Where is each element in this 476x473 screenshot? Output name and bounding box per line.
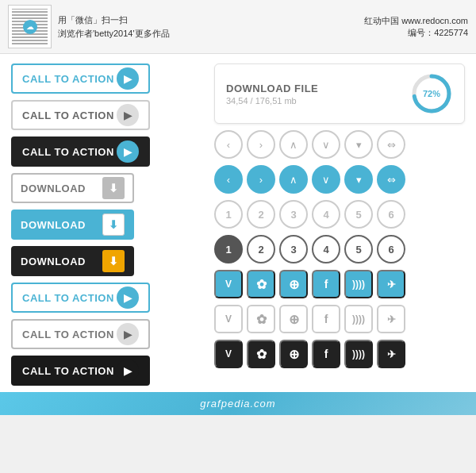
- page-5-dark-outline[interactable]: 5: [344, 235, 373, 263]
- left-column: CALL TO ACTION ▶ CALL TO ACTION ▶ CALL T…: [11, 63, 202, 386]
- footer: grafpedia.com: [0, 392, 476, 415]
- twitter-dark[interactable]: ✈: [377, 340, 405, 368]
- download-card-info: DOWNLOAD FILE 34,54 / 176,51 mb: [226, 83, 318, 106]
- social-outline-row: V ✿ ⊕ f )))) ✈: [214, 305, 465, 333]
- download-label-3: DOWNLOAD: [21, 256, 86, 267]
- nav-smalldown-blue[interactable]: ▾: [344, 165, 373, 194]
- twitter-blue[interactable]: ✈: [377, 270, 405, 298]
- footer-text: grafpedia.com: [200, 398, 275, 410]
- arrow-icon-5: ▶: [117, 323, 139, 345]
- progress-circle: 72%: [410, 72, 453, 115]
- download-label-2: DOWNLOAD: [21, 219, 86, 231]
- dribbble-outline[interactable]: ⊕: [279, 305, 308, 333]
- page-2-outline[interactable]: 2: [247, 200, 275, 229]
- nav-down-blue[interactable]: ∨: [312, 165, 340, 194]
- facebook-blue[interactable]: f: [312, 270, 340, 298]
- page-6-outline[interactable]: 6: [377, 200, 405, 229]
- top-bar-left: ☁ 用「微信」扫一扫 浏览作者'betty2014'更多作品: [8, 5, 170, 48]
- social-dark-row: V ✿ ⊕ f )))) ✈: [214, 340, 465, 368]
- nav-arrows-outline-row: ‹ › ∧ ∨ ▾ ⇔: [214, 130, 465, 159]
- download-button-blue[interactable]: DOWNLOAD ⬇: [11, 210, 134, 240]
- page-3-outline[interactable]: 3: [279, 200, 308, 229]
- vimeo-blue[interactable]: V: [214, 270, 243, 298]
- vimeo-dark[interactable]: V: [214, 340, 243, 368]
- page-1-outline[interactable]: 1: [214, 200, 243, 229]
- download-button-dark[interactable]: DOWNLOAD ⬇: [11, 246, 134, 276]
- nav-left-blue[interactable]: ‹: [214, 165, 243, 194]
- download-icon-2: ⬇: [102, 213, 125, 236]
- rss-dark[interactable]: )))): [344, 340, 373, 368]
- nav-smalldown-outline[interactable]: ▾: [344, 130, 373, 159]
- size-current: 34,54: [226, 96, 248, 106]
- arrow-icon-1: ▶: [117, 67, 139, 90]
- progress-percent: 72%: [423, 89, 440, 98]
- pagination-mixed-row: 1 2 3 4 5 6: [214, 235, 465, 263]
- nav-arrows-blue-row: ‹ › ∧ ∨ ▾ ⇔: [214, 165, 465, 194]
- arrow-icon-2: ▶: [117, 104, 139, 126]
- wechat-icon: ☁: [23, 20, 37, 34]
- cta-label-2: CALL TO ACTION: [22, 110, 114, 121]
- rss-blue[interactable]: )))): [344, 270, 373, 298]
- nav-up-outline[interactable]: ∧: [279, 130, 308, 159]
- page-1-dark[interactable]: 1: [214, 235, 243, 263]
- arrow-icon-4: ▶: [117, 286, 139, 309]
- page-4-dark-outline[interactable]: 4: [312, 235, 340, 263]
- arrow-icon-3: ▶: [117, 140, 139, 163]
- page-4-outline[interactable]: 4: [312, 200, 340, 229]
- pagination-outline-row: 1 2 3 4 5 6: [214, 200, 465, 229]
- topbar-line1: 用「微信」扫一扫: [58, 13, 170, 27]
- download-button-outline[interactable]: DOWNLOAD ⬇: [11, 173, 134, 203]
- nav-left-outline[interactable]: ‹: [214, 130, 243, 159]
- cta-label-4: CALL TO ACTION: [22, 292, 114, 304]
- flickr-dark[interactable]: ✿: [247, 340, 275, 368]
- download-file-card: DOWNLOAD FILE 34,54 / 176,51 mb 72%: [214, 63, 465, 124]
- cta-label-6: CALL TO ACTION: [22, 365, 114, 377]
- cta-button-outline-blue[interactable]: CALL TO ACTION ▶: [11, 63, 150, 94]
- facebook-dark[interactable]: f: [312, 340, 340, 368]
- page-6-dark-outline[interactable]: 6: [377, 235, 405, 263]
- arrow-icon-6: ▶: [117, 360, 139, 382]
- top-bar-right: 红动中国 www.redocn.com 编号：4225774: [364, 15, 468, 39]
- size-total: 176,51 mb: [255, 96, 297, 106]
- cta-label-1: CALL TO ACTION: [22, 73, 114, 85]
- page-5-outline[interactable]: 5: [344, 200, 373, 229]
- twitter-outline[interactable]: ✈: [377, 305, 405, 333]
- cta-label-5: CALL TO ACTION: [22, 329, 114, 340]
- cta-button-outline-blue-2[interactable]: CALL TO ACTION ▶: [11, 283, 150, 313]
- topbar-line2: 浏览作者'betty2014'更多作品: [58, 27, 170, 40]
- topbar-site: 红动中国 www.redocn.com: [364, 15, 468, 27]
- main-content: CALL TO ACTION ▶ CALL TO ACTION ▶ CALL T…: [0, 54, 476, 392]
- cta-button-outline-gray[interactable]: CALL TO ACTION ▶: [11, 100, 150, 130]
- nav-doubleArrow-outline[interactable]: ⇔: [377, 130, 405, 159]
- download-icon-3: ⬇: [102, 250, 125, 272]
- nav-down-outline[interactable]: ∨: [312, 130, 340, 159]
- cta-label-3: CALL TO ACTION: [22, 146, 114, 158]
- facebook-outline[interactable]: f: [312, 305, 340, 333]
- flickr-outline[interactable]: ✿: [247, 305, 275, 333]
- social-blue-row: V ✿ ⊕ f )))) ✈: [214, 270, 465, 298]
- download-card-title: DOWNLOAD FILE: [226, 83, 318, 94]
- top-bar-description: 用「微信」扫一扫 浏览作者'betty2014'更多作品: [58, 13, 170, 40]
- vimeo-outline[interactable]: V: [214, 305, 243, 333]
- nav-right-outline[interactable]: ›: [247, 130, 275, 159]
- flickr-blue[interactable]: ✿: [247, 270, 275, 298]
- rss-outline[interactable]: )))): [344, 305, 373, 333]
- top-bar: ☁ 用「微信」扫一扫 浏览作者'betty2014'更多作品 红动中国 www.…: [0, 0, 476, 54]
- dribbble-dark[interactable]: ⊕: [279, 340, 308, 368]
- download-card-size: 34,54 / 176,51 mb: [226, 96, 318, 106]
- qr-code: ☁: [8, 5, 52, 48]
- nav-up-blue[interactable]: ∧: [279, 165, 308, 194]
- download-icon-1: ⬇: [102, 177, 125, 199]
- cta-button-dark[interactable]: CALL TO ACTION ▶: [11, 137, 150, 167]
- right-column: DOWNLOAD FILE 34,54 / 176,51 mb 72% ‹ › …: [214, 63, 465, 386]
- download-label-1: DOWNLOAD: [21, 183, 86, 194]
- dribbble-blue[interactable]: ⊕: [279, 270, 308, 298]
- nav-right-blue[interactable]: ›: [247, 165, 275, 194]
- page-3-dark-outline[interactable]: 3: [279, 235, 308, 263]
- nav-doubleArrow-blue[interactable]: ⇔: [377, 165, 405, 194]
- topbar-id: 编号：4225774: [364, 27, 468, 39]
- cta-button-dark-2[interactable]: CALL TO ACTION ▶: [11, 356, 150, 386]
- page-2-dark-outline[interactable]: 2: [247, 235, 275, 263]
- cta-button-outline-gray-2[interactable]: CALL TO ACTION ▶: [11, 319, 150, 349]
